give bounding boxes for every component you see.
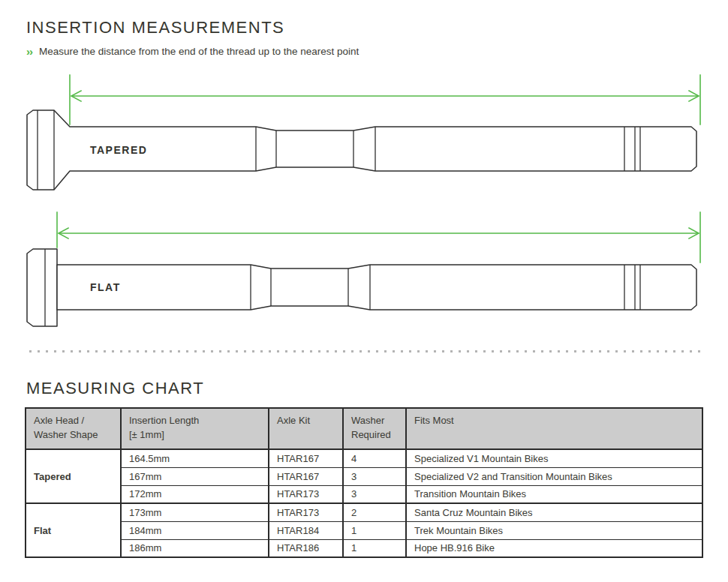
cell-washer-required: 3 <box>343 485 406 503</box>
cell-washer-required: 2 <box>343 503 406 521</box>
cell-insertion-length: 184mm <box>121 521 269 539</box>
cell-fits-most: Trek Mountain Bikes <box>406 521 702 539</box>
cell-washer-required: 1 <box>343 539 406 557</box>
cell-fits-most: Specialized V2 and Transition Mountain B… <box>406 467 702 485</box>
cell-axle-kit: HTAR167 <box>269 449 343 467</box>
tapered-axle-drawing: TAPERED <box>27 110 696 190</box>
cell-insertion-length: 172mm <box>121 485 269 503</box>
col-header-washer-required: Washer Required <box>343 408 406 449</box>
cell-axle-kit: HTAR184 <box>269 521 343 539</box>
table-row: 184mm HTAR184 1 Trek Mountain Bikes <box>26 521 702 539</box>
cell-insertion-length: 173mm <box>121 503 269 521</box>
table-row: 172mm HTAR173 3 Transition Mountain Bike… <box>26 485 702 503</box>
cell-axle-kit: HTAR173 <box>269 503 343 521</box>
cell-washer-required: 1 <box>343 521 406 539</box>
table-row: 167mm HTAR167 3 Specialized V2 and Trans… <box>26 467 702 485</box>
col-header-insertion-length: Insertion Length [± 1mm] <box>121 408 269 449</box>
page: INSERTION MEASUREMENTS ›› Measure the di… <box>0 0 728 582</box>
table-row: Tapered 164.5mm HTAR167 4 Specialized V1… <box>26 449 702 467</box>
cell-insertion-length: 164.5mm <box>121 449 269 467</box>
section-title-measuring-chart: MEASURING CHART <box>26 379 204 398</box>
axle-diagrams: TAPERED FLAT <box>0 0 728 352</box>
flat-dimension-arrow <box>57 212 700 262</box>
cell-insertion-length: 167mm <box>121 467 269 485</box>
col-header-fits-most: Fits Most <box>406 408 702 449</box>
cell-washer-required: 3 <box>343 467 406 485</box>
table-row: 186mm HTAR186 1 Hope HB.916 Bike <box>26 539 702 557</box>
cell-insertion-length: 186mm <box>121 539 269 557</box>
flat-axle-shaft <box>57 265 696 310</box>
cell-axle-kit: HTAR173 <box>269 485 343 503</box>
cell-fits-most: Hope HB.916 Bike <box>406 539 702 557</box>
tapered-label: TAPERED <box>90 144 147 156</box>
shape-cell-flat: Flat <box>26 503 121 557</box>
table-row: Flat 173mm HTAR173 2 Santa Cruz Mountain… <box>26 503 702 521</box>
tapered-dimension-arrow <box>70 75 700 124</box>
cell-fits-most: Santa Cruz Mountain Bikes <box>406 503 702 521</box>
measuring-chart-table: Axle Head / Washer Shape Insertion Lengt… <box>25 407 703 558</box>
cell-washer-required: 4 <box>343 449 406 467</box>
cell-fits-most: Specialized V1 Mountain Bikes <box>406 449 702 467</box>
col-header-axle-kit: Axle Kit <box>269 408 343 449</box>
cell-axle-kit: HTAR186 <box>269 539 343 557</box>
flat-axle-head <box>27 249 57 326</box>
table-header-row: Axle Head / Washer Shape Insertion Lengt… <box>26 408 702 449</box>
flat-axle-drawing: FLAT <box>27 249 696 326</box>
flat-label: FLAT <box>90 281 121 293</box>
shape-cell-tapered: Tapered <box>26 449 121 503</box>
dotted-divider <box>26 350 702 353</box>
cell-fits-most: Transition Mountain Bikes <box>406 485 702 503</box>
cell-axle-kit: HTAR167 <box>269 467 343 485</box>
col-header-shape: Axle Head / Washer Shape <box>26 408 121 449</box>
